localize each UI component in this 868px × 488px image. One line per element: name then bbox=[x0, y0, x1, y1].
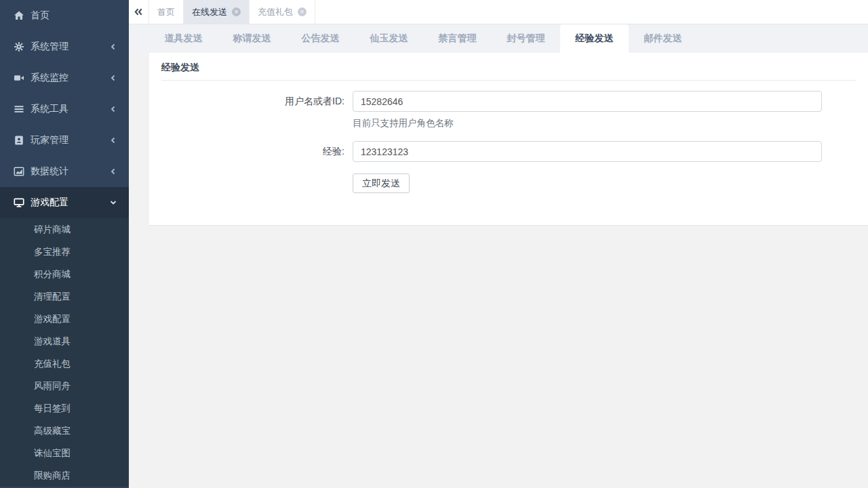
page-tab-online-send[interactable]: 在线发送 bbox=[184, 0, 250, 24]
sidebar-subitem-daily-signin[interactable]: 每日签到 bbox=[0, 397, 129, 420]
page-tab-label: 充值礼包 bbox=[258, 6, 293, 18]
sidebar-item-label: 系统监控 bbox=[31, 72, 108, 84]
sidebar-subitem-recharge-pack[interactable]: 充值礼包 bbox=[0, 352, 129, 375]
sidebar-item-player-admin[interactable]: 玩家管理 bbox=[0, 125, 129, 156]
sidebar-item-label: 数据统计 bbox=[31, 165, 108, 178]
tab-xianyu-send[interactable]: 仙玉发送 bbox=[355, 24, 423, 53]
sidebar-item-label: 游戏配置 bbox=[31, 197, 108, 209]
panel-title: 经验发送 bbox=[161, 53, 856, 81]
username-label: 用户名或者ID: bbox=[149, 91, 353, 112]
tab-title-send[interactable]: 称谓发送 bbox=[218, 24, 286, 53]
send-now-button[interactable]: 立即发送 bbox=[353, 174, 410, 193]
sidebar-subitem-advanced-treasure[interactable]: 高级藏宝 bbox=[0, 420, 129, 442]
exp-send-form: 用户名或者ID: 目前只支持用户角色名称 经验: bbox=[149, 81, 868, 193]
chevron-left-icon bbox=[108, 167, 118, 176]
close-icon[interactable] bbox=[232, 7, 241, 16]
tab-mail-send[interactable]: 邮件发送 bbox=[629, 24, 697, 53]
sidebar-subitem-zhuxian-map[interactable]: 诛仙宝图 bbox=[0, 442, 129, 464]
page-tab-recharge-pack[interactable]: 充值礼包 bbox=[250, 0, 315, 24]
page-tab-home[interactable]: 首页 bbox=[149, 0, 184, 24]
video-camera-icon bbox=[14, 73, 24, 83]
sidebar-item-system-admin[interactable]: 系统管理 bbox=[0, 31, 129, 62]
close-icon[interactable] bbox=[298, 7, 307, 16]
sidebar-subitem-fengyu-tongzhou[interactable]: 风雨同舟 bbox=[0, 375, 129, 397]
tab-mute-admin[interactable]: 禁言管理 bbox=[423, 24, 492, 53]
sidebar-item-label: 系统管理 bbox=[31, 41, 108, 53]
page-tab-label: 在线发送 bbox=[192, 6, 227, 18]
sidebar-subitem-game-config[interactable]: 游戏配置 bbox=[0, 308, 129, 330]
list-icon bbox=[14, 104, 24, 115]
sidebar-subitem-game-items[interactable]: 游戏道具 bbox=[0, 330, 129, 352]
username-hint: 目前只支持用户角色名称 bbox=[353, 117, 822, 129]
sidebar-item-system-monitor[interactable]: 系统监控 bbox=[0, 62, 129, 94]
sidebar-group-game-config: 游戏配置 碎片商城 多宝推荐 积分商城 清理配置 游戏配置 游戏道具 充值礼包 … bbox=[0, 187, 129, 487]
sidebar-item-label: 首页 bbox=[31, 9, 118, 22]
tab-ban-admin[interactable]: 封号管理 bbox=[492, 24, 560, 53]
exp-input[interactable] bbox=[353, 141, 822, 162]
sidebar-subitem-duobao-recommend[interactable]: 多宝推荐 bbox=[0, 241, 129, 263]
sidebar-item-label: 玩家管理 bbox=[31, 134, 108, 146]
exp-send-panel: 经验发送 用户名或者ID: 目前只支持用户角色名称 经验: bbox=[149, 53, 868, 226]
double-chevron-left-icon bbox=[133, 6, 144, 18]
app-window: 首页 系统管理 系统监控 系统工具 bbox=[0, 0, 868, 488]
address-book-icon bbox=[14, 135, 24, 146]
sidebar-item-system-tools[interactable]: 系统工具 bbox=[0, 94, 129, 125]
page-tab-label: 首页 bbox=[157, 6, 175, 18]
sidebar-item-home[interactable]: 首页 bbox=[0, 0, 129, 31]
sidebar-subitem-points-mall[interactable]: 积分商城 bbox=[0, 263, 129, 285]
sidebar-collapse-button[interactable] bbox=[129, 0, 149, 24]
chevron-left-icon bbox=[108, 42, 118, 52]
desktop-icon bbox=[14, 197, 24, 208]
function-tab-strip: 道具发送 称谓发送 公告发送 仙玉发送 禁言管理 封号管理 经验发送 邮件发送 bbox=[129, 24, 868, 53]
home-icon bbox=[14, 10, 24, 21]
tab-exp-send[interactable]: 经验发送 bbox=[560, 24, 629, 53]
sidebar-subitem-cleanup-config[interactable]: 清理配置 bbox=[0, 285, 129, 308]
chevron-left-icon bbox=[108, 104, 118, 114]
sidebar-subitem-limited-shop[interactable]: 限购商店 bbox=[0, 464, 129, 487]
top-tab-bar: 首页 在线发送 充值礼包 bbox=[129, 0, 868, 24]
chevron-left-icon bbox=[108, 136, 118, 145]
sidebar-item-label: 系统工具 bbox=[31, 103, 108, 115]
area-chart-icon bbox=[14, 166, 24, 177]
username-input[interactable] bbox=[353, 91, 822, 112]
sidebar-item-data-stats[interactable]: 数据统计 bbox=[0, 156, 129, 187]
main-area: 首页 在线发送 充值礼包 道具发送 称谓发送 公告发送 仙玉发送 禁言管理 封号… bbox=[129, 0, 868, 488]
gear-icon bbox=[14, 41, 24, 52]
chevron-left-icon bbox=[108, 73, 118, 83]
sidebar: 首页 系统管理 系统监控 系统工具 bbox=[0, 0, 129, 488]
exp-label: 经验: bbox=[149, 141, 353, 162]
sidebar-item-game-config[interactable]: 游戏配置 bbox=[0, 187, 129, 218]
tab-item-send[interactable]: 道具发送 bbox=[149, 24, 218, 53]
tab-announcement-send[interactable]: 公告发送 bbox=[286, 24, 355, 53]
content-area: 经验发送 用户名或者ID: 目前只支持用户角色名称 经验: bbox=[129, 53, 868, 488]
sidebar-subitem-fragment-mall[interactable]: 碎片商城 bbox=[0, 218, 129, 241]
chevron-down-icon bbox=[108, 198, 118, 207]
